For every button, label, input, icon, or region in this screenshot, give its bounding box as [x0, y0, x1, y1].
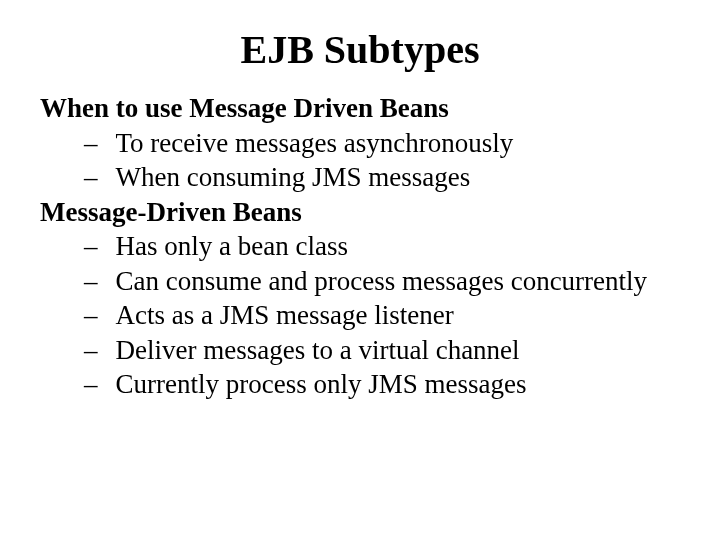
slide: EJB Subtypes When to use Message Driven …	[0, 0, 720, 540]
list-item: – Acts as a JMS message listener	[40, 298, 680, 333]
slide-title: EJB Subtypes	[40, 26, 680, 73]
dash-icon: –	[84, 126, 116, 161]
dash-icon: –	[84, 229, 116, 264]
section-heading: When to use Message Driven Beans	[40, 91, 680, 126]
list-item: – Has only a bean class	[40, 229, 680, 264]
section-heading: Message-Driven Beans	[40, 195, 680, 230]
bullet-text: When consuming JMS messages	[116, 160, 681, 195]
bullet-text: Acts as a JMS message listener	[116, 298, 681, 333]
slide-body: When to use Message Driven Beans – To re…	[40, 91, 680, 402]
list-item: – Can consume and process messages concu…	[40, 264, 680, 299]
bullet-text: Currently process only JMS messages	[116, 367, 681, 402]
bullet-text: Deliver messages to a virtual channel	[116, 333, 681, 368]
list-item: – Deliver messages to a virtual channel	[40, 333, 680, 368]
bullet-text: Can consume and process messages concurr…	[116, 264, 681, 299]
list-item: – Currently process only JMS messages	[40, 367, 680, 402]
list-item: – When consuming JMS messages	[40, 160, 680, 195]
dash-icon: –	[84, 333, 116, 368]
dash-icon: –	[84, 298, 116, 333]
bullet-text: To receive messages asynchronously	[116, 126, 681, 161]
dash-icon: –	[84, 160, 116, 195]
dash-icon: –	[84, 367, 116, 402]
dash-icon: –	[84, 264, 116, 299]
bullet-text: Has only a bean class	[116, 229, 681, 264]
list-item: – To receive messages asynchronously	[40, 126, 680, 161]
